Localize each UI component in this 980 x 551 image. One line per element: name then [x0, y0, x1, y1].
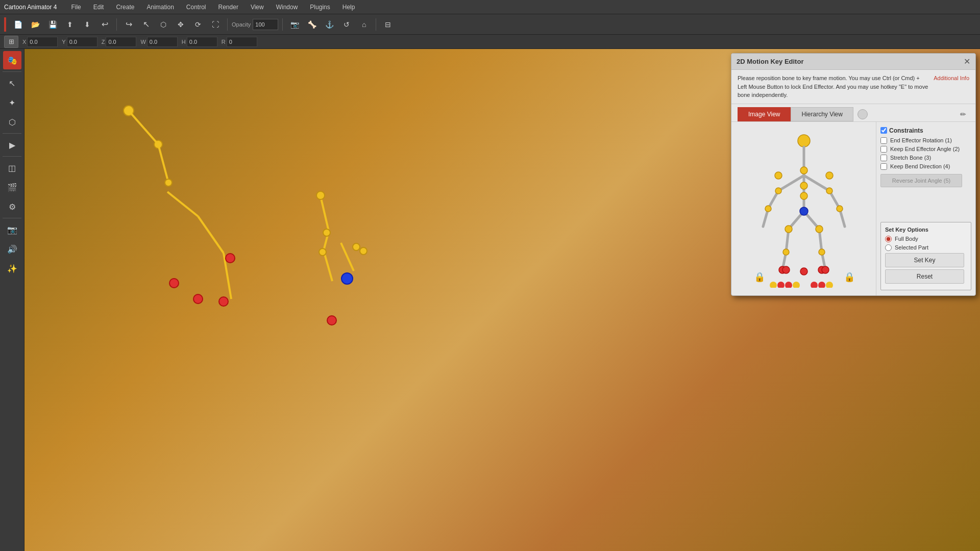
skeleton-left-wrist-joint[interactable]: [765, 206, 771, 212]
radio-selected-part-input[interactable]: [885, 244, 892, 251]
joint-red-2[interactable]: [193, 294, 203, 304]
timeline-button[interactable]: ⊟: [380, 17, 396, 32]
cb-keep-bend-direction[interactable]: [880, 163, 887, 170]
new-button[interactable]: 📄: [10, 17, 26, 32]
undo-button[interactable]: ↩: [97, 17, 112, 32]
joint-red-4[interactable]: [225, 253, 235, 263]
skeleton-bottom-dot-1[interactable]: [770, 282, 777, 288]
select-tool[interactable]: ↖: [138, 17, 154, 32]
reset-button[interactable]: Reset: [885, 269, 964, 284]
radio-full-body-input[interactable]: [885, 236, 892, 242]
joint-blue-1[interactable]: [341, 272, 353, 285]
menu-render[interactable]: Render: [216, 3, 240, 12]
import-button[interactable]: ⬇: [80, 17, 95, 32]
skeleton-left-knee-joint[interactable]: [783, 249, 789, 255]
animate-mode-button[interactable]: 🎭: [3, 51, 21, 69]
menu-animation[interactable]: Animation: [144, 3, 176, 12]
joint-yellow-6[interactable]: [359, 247, 368, 255]
anchor-button[interactable]: ⚓: [322, 17, 337, 32]
skeleton-right-elbow-joint[interactable]: [826, 188, 832, 194]
skeleton-neck-joint[interactable]: [800, 167, 807, 174]
pencil-button[interactable]: ✏: [957, 108, 969, 120]
skeleton-right-foot-joint-2[interactable]: [822, 266, 829, 273]
menu-file[interactable]: File: [69, 3, 83, 12]
transform-tool[interactable]: ⬡: [156, 17, 171, 32]
camera-lp-button[interactable]: 📷: [3, 220, 21, 239]
refresh-button[interactable]: ↺: [339, 17, 354, 32]
props-lp-button[interactable]: ⚙: [3, 197, 21, 216]
skeleton-bottom-dot-3[interactable]: [785, 282, 792, 288]
skeleton-left-shoulder-joint[interactable]: [775, 172, 782, 179]
z-input[interactable]: [106, 37, 136, 47]
menu-control[interactable]: Control: [184, 3, 208, 12]
skeleton-head-joint[interactable]: [798, 135, 810, 147]
skeleton-bottom-dot-7[interactable]: [826, 282, 833, 288]
motion-lp-button[interactable]: ▶: [3, 136, 21, 154]
y-input[interactable]: [67, 37, 97, 47]
additional-info-link[interactable]: Additional Info: [934, 74, 969, 83]
opacity-input[interactable]: [253, 19, 278, 30]
export-button[interactable]: ⬆: [62, 17, 78, 32]
skeleton-center-foot-joint[interactable]: [800, 268, 807, 275]
select-lp-button[interactable]: ↖: [3, 74, 21, 92]
bone-lp-button[interactable]: ✦: [3, 93, 21, 112]
cb-end-effector-rotation[interactable]: [880, 137, 887, 144]
bone-button[interactable]: 🦴: [304, 17, 320, 32]
skeleton-chest-joint[interactable]: [800, 182, 807, 189]
tab-image-view[interactable]: Image View: [738, 107, 791, 121]
mesh-lp-button[interactable]: ⬡: [3, 113, 21, 131]
layer-lp-button[interactable]: ◫: [3, 159, 21, 177]
constraints-master-checkbox[interactable]: [880, 127, 887, 134]
scale-tool[interactable]: ⛶: [208, 17, 223, 32]
joint-yellow-4[interactable]: [318, 248, 327, 256]
skeleton-right-knee-joint[interactable]: [819, 249, 825, 255]
skeleton-hip-joint[interactable]: [800, 207, 808, 215]
open-button[interactable]: 📂: [28, 17, 43, 32]
menu-help[interactable]: Help: [340, 3, 357, 12]
r-input[interactable]: [227, 37, 257, 47]
camera-button[interactable]: 📷: [287, 17, 302, 32]
skeleton-bottom-dot-2[interactable]: [777, 282, 785, 288]
menu-create[interactable]: Create: [114, 3, 136, 12]
sound-lp-button[interactable]: 🔊: [3, 240, 21, 258]
joint-red-1[interactable]: [169, 278, 179, 288]
x-input[interactable]: [27, 37, 58, 47]
skeleton-right-shoulder-joint[interactable]: [826, 172, 833, 179]
skeleton-bottom-dot-5[interactable]: [811, 282, 818, 288]
skeleton-left-elbow-joint[interactable]: [775, 188, 781, 194]
menu-view[interactable]: View: [249, 3, 266, 12]
menu-plugins[interactable]: Plugins: [308, 3, 332, 12]
tab-hierarchy-view[interactable]: Hierarchy View: [791, 107, 853, 121]
motion-editor-close-button[interactable]: ✕: [964, 57, 970, 66]
joint-left-elbow[interactable]: [154, 140, 163, 149]
joint-1[interactable]: [164, 179, 173, 187]
skeleton-bottom-dot-4[interactable]: [793, 282, 800, 288]
skeleton-lock-left[interactable]: 🔒: [754, 271, 766, 283]
set-key-button[interactable]: Set Key: [885, 253, 964, 267]
menu-edit[interactable]: Edit: [91, 3, 106, 12]
skeleton-bottom-dot-6[interactable]: [818, 282, 825, 288]
skeleton-right-wrist-joint[interactable]: [837, 206, 843, 212]
effect-lp-button[interactable]: ✨: [3, 259, 21, 278]
move-tool[interactable]: ✥: [173, 17, 188, 32]
skeleton-lock-right[interactable]: 🔒: [844, 271, 855, 283]
joint-yellow-2[interactable]: [316, 191, 325, 200]
rotate-tool[interactable]: ⟳: [190, 17, 206, 32]
joint-red-5[interactable]: [327, 315, 337, 325]
grid-button[interactable]: ⊞: [4, 36, 18, 48]
cb-keep-end-effector-angle[interactable]: [880, 146, 887, 153]
h-input[interactable]: [187, 37, 217, 47]
skeleton-left-hip-joint[interactable]: [785, 226, 792, 233]
skeleton-left-foot-joint-2[interactable]: [782, 266, 790, 273]
joint-left-shoulder[interactable]: [123, 105, 134, 116]
redo-button[interactable]: ↪: [121, 17, 136, 32]
joint-red-3[interactable]: [218, 296, 229, 307]
home-button[interactable]: ⌂: [356, 17, 372, 32]
skeleton-right-hip-joint[interactable]: [816, 226, 823, 233]
save-button[interactable]: 💾: [45, 17, 60, 32]
w-input[interactable]: [147, 37, 178, 47]
menu-window[interactable]: Window: [274, 3, 300, 12]
joint-yellow-3[interactable]: [323, 229, 331, 237]
scene-lp-button[interactable]: 🎬: [3, 178, 21, 196]
skeleton-mid-joint[interactable]: [800, 192, 807, 199]
